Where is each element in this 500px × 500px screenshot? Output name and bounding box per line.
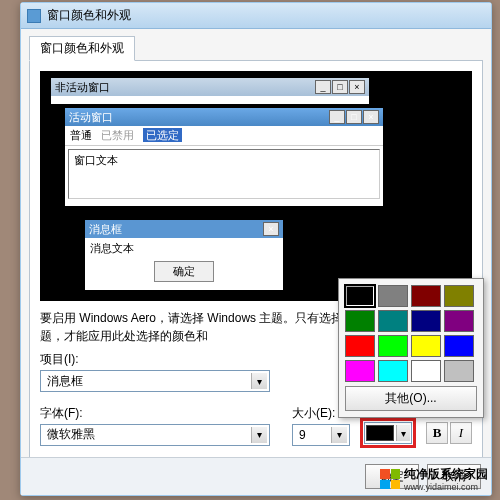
chevron-down-icon: ▾ [331, 427, 347, 443]
preview-window-text: 窗口文本 [68, 149, 380, 199]
color-swatch[interactable] [345, 360, 375, 382]
font-size-combobox[interactable]: 9 ▾ [292, 424, 350, 446]
tab-strip: 窗口颜色和外观 [21, 29, 491, 60]
bold-button[interactable]: B [426, 422, 448, 444]
other-colors-button[interactable]: 其他(O)... [345, 386, 477, 411]
color-swatch[interactable] [444, 335, 474, 357]
color-swatch[interactable] [411, 360, 441, 382]
dialog-window: 窗口颜色和外观 窗口颜色和外观 非活动窗口 _ □ × 活动窗口 [20, 2, 492, 496]
minimize-icon: _ [329, 110, 345, 124]
watermark-title: 纯净版系统家园 [404, 467, 488, 481]
color-swatch[interactable] [345, 310, 375, 332]
item-combobox[interactable]: 消息框 ▾ [40, 370, 270, 392]
app-icon [27, 9, 41, 23]
tab-page: 非活动窗口 _ □ × 活动窗口 _ □ × [29, 60, 483, 487]
watermark-url: www.yidaimei.com [404, 483, 488, 492]
highlight-box: ▾ [360, 418, 416, 448]
tab-color-appearance[interactable]: 窗口颜色和外观 [29, 36, 135, 61]
font-color-button[interactable]: ▾ [364, 422, 412, 444]
color-swatch[interactable] [378, 360, 408, 382]
chevron-down-icon: ▾ [396, 425, 410, 441]
color-palette-popup: 其他(O)... [338, 278, 484, 418]
color-swatch[interactable] [345, 285, 375, 307]
maximize-icon: □ [346, 110, 362, 124]
chevron-down-icon: ▾ [251, 373, 267, 389]
close-icon: × [363, 110, 379, 124]
preview-area: 非活动窗口 _ □ × 活动窗口 _ □ × [40, 71, 472, 301]
preview-message-box: 消息框 × 消息文本 确定 [84, 219, 284, 291]
watermark: 纯净版系统家园 www.yidaimei.com [376, 464, 492, 494]
color-swatch[interactable] [444, 360, 474, 382]
title-bar[interactable]: 窗口颜色和外观 [21, 3, 491, 29]
color-swatch[interactable] [444, 285, 474, 307]
font-combobox[interactable]: 微软雅黑 ▾ [40, 424, 270, 446]
preview-active-window: 活动窗口 _ □ × 普通 已禁用 已选定 窗口文本 [64, 107, 384, 207]
color-swatch[interactable] [444, 310, 474, 332]
italic-button[interactable]: I [450, 422, 472, 444]
minimize-icon: _ [315, 80, 331, 94]
color-swatch[interactable] [378, 335, 408, 357]
color-swatch[interactable] [378, 310, 408, 332]
preview-msg-text: 消息文本 [85, 238, 283, 259]
maximize-icon: □ [332, 80, 348, 94]
preview-inactive-window: 非活动窗口 _ □ × [50, 77, 370, 105]
preview-inactive-title: 非活动窗口 _ □ × [51, 78, 369, 96]
preview-active-title: 活动窗口 _ □ × [65, 108, 383, 126]
close-icon: × [263, 222, 279, 236]
window-title: 窗口颜色和外观 [47, 7, 131, 24]
preview-msg-title: 消息框 × [85, 220, 283, 238]
color-swatch[interactable] [411, 335, 441, 357]
palette-grid [345, 285, 477, 382]
chevron-down-icon: ▾ [251, 427, 267, 443]
color-swatch-black [366, 425, 394, 441]
label-font: 字体(F): [40, 405, 282, 422]
window-controls: _ □ × [315, 80, 365, 94]
window-controls: _ □ × [329, 110, 379, 124]
preview-menu-bar: 普通 已禁用 已选定 [65, 126, 383, 146]
color-swatch[interactable] [345, 335, 375, 357]
color-swatch[interactable] [411, 285, 441, 307]
watermark-logo [380, 469, 400, 489]
color-swatch[interactable] [411, 310, 441, 332]
close-icon: × [349, 80, 365, 94]
preview-ok-button: 确定 [154, 261, 214, 282]
color-swatch[interactable] [378, 285, 408, 307]
